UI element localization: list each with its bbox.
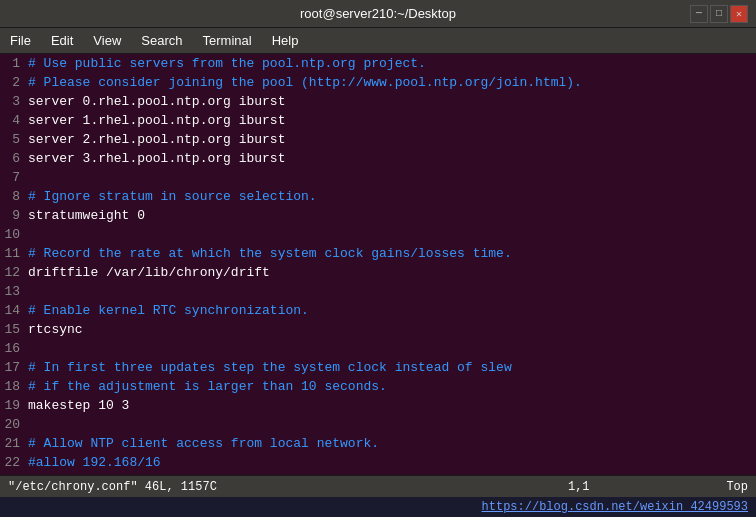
menubar-item-search[interactable]: Search <box>135 31 188 50</box>
line-content: server 1.rhel.pool.ntp.org iburst <box>28 111 756 130</box>
line-content: makestep 10 3 <box>28 396 756 415</box>
line-21: 21# Allow NTP client access from local n… <box>0 434 756 453</box>
line-4: 4server 1.rhel.pool.ntp.org iburst <box>0 111 756 130</box>
editor-content: 1# Use public servers from the pool.ntp.… <box>0 54 756 475</box>
line-content <box>28 282 756 301</box>
line-2: 2# Please consider joining the pool (htt… <box>0 73 756 92</box>
line-content: server 3.rhel.pool.ntp.org iburst <box>28 149 756 168</box>
line-content: # In first three updates step the system… <box>28 358 756 377</box>
line-number: 8 <box>0 187 28 206</box>
line-content <box>28 225 756 244</box>
statusbar-file-info: "/etc/chrony.conf" 46L, 1157C <box>8 480 217 494</box>
line-15: 15rtcsync <box>0 320 756 339</box>
line-number: 19 <box>0 396 28 415</box>
line-16: 16 <box>0 339 756 358</box>
line-number: 2 <box>0 73 28 92</box>
editor: 1# Use public servers from the pool.ntp.… <box>0 54 756 475</box>
line-content: driftfile /var/lib/chrony/drift <box>28 263 756 282</box>
line-number: 21 <box>0 434 28 453</box>
line-7: 7 <box>0 168 756 187</box>
line-18: 18# if the adjustment is larger than 10 … <box>0 377 756 396</box>
line-19: 19makestep 10 3 <box>0 396 756 415</box>
line-number: 5 <box>0 130 28 149</box>
line-10: 10 <box>0 225 756 244</box>
line-content: rtcsync <box>28 320 756 339</box>
line-content: server 0.rhel.pool.ntp.org iburst <box>28 92 756 111</box>
footer: https://blog.csdn.net/weixin_42499593 <box>0 497 756 517</box>
line-6: 6server 3.rhel.pool.ntp.org iburst <box>0 149 756 168</box>
line-number: 6 <box>0 149 28 168</box>
line-number: 22 <box>0 453 28 472</box>
line-content: # Use public servers from the pool.ntp.o… <box>28 54 756 73</box>
menubar: FileEditViewSearchTerminalHelp <box>0 28 756 54</box>
line-number: 15 <box>0 320 28 339</box>
titlebar: root@server210:~/Desktop ─ □ ✕ <box>0 0 756 28</box>
line-8: 8# Ignore stratum in source selection. <box>0 187 756 206</box>
menubar-item-file[interactable]: File <box>4 31 37 50</box>
statusbar-position: 1,1 Top <box>568 480 748 494</box>
line-14: 14# Enable kernel RTC synchronization. <box>0 301 756 320</box>
line-number: 17 <box>0 358 28 377</box>
line-content: # Ignore stratum in source selection. <box>28 187 756 206</box>
line-number: 16 <box>0 339 28 358</box>
line-11: 11# Record the rate at which the system … <box>0 244 756 263</box>
line-number: 1 <box>0 54 28 73</box>
line-content: #allow 192.168/16 <box>28 453 756 472</box>
footer-link: https://blog.csdn.net/weixin_42499593 <box>482 500 748 514</box>
line-content: # if the adjustment is larger than 10 se… <box>28 377 756 396</box>
line-content <box>28 168 756 187</box>
menubar-item-view[interactable]: View <box>87 31 127 50</box>
line-1: 1# Use public servers from the pool.ntp.… <box>0 54 756 73</box>
line-12: 12driftfile /var/lib/chrony/drift <box>0 263 756 282</box>
line-22: 22#allow 192.168/16 <box>0 453 756 472</box>
line-content <box>28 339 756 358</box>
line-number: 10 <box>0 225 28 244</box>
line-3: 3server 0.rhel.pool.ntp.org iburst <box>0 92 756 111</box>
close-button[interactable]: ✕ <box>730 5 748 23</box>
line-content: # Allow NTP client access from local net… <box>28 434 756 453</box>
line-number: 13 <box>0 282 28 301</box>
window-controls[interactable]: ─ □ ✕ <box>690 5 748 23</box>
menubar-item-edit[interactable]: Edit <box>45 31 79 50</box>
line-content: # Record the rate at which the system cl… <box>28 244 756 263</box>
line-content <box>28 415 756 434</box>
line-content: # Enable kernel RTC synchronization. <box>28 301 756 320</box>
line-9: 9stratumweight 0 <box>0 206 756 225</box>
line-number: 4 <box>0 111 28 130</box>
menubar-item-help[interactable]: Help <box>266 31 305 50</box>
line-number: 18 <box>0 377 28 396</box>
maximize-button[interactable]: □ <box>710 5 728 23</box>
line-number: 3 <box>0 92 28 111</box>
line-content: server 2.rhel.pool.ntp.org iburst <box>28 130 756 149</box>
line-20: 20 <box>0 415 756 434</box>
minimize-button[interactable]: ─ <box>690 5 708 23</box>
line-number: 12 <box>0 263 28 282</box>
line-number: 11 <box>0 244 28 263</box>
line-content: stratumweight 0 <box>28 206 756 225</box>
line-number: 7 <box>0 168 28 187</box>
line-5: 5server 2.rhel.pool.ntp.org iburst <box>0 130 756 149</box>
menubar-item-terminal[interactable]: Terminal <box>197 31 258 50</box>
line-13: 13 <box>0 282 756 301</box>
line-17: 17# In first three updates step the syst… <box>0 358 756 377</box>
statusbar: "/etc/chrony.conf" 46L, 1157C 1,1 Top <box>0 475 756 497</box>
line-content: # Please consider joining the pool (http… <box>28 73 756 92</box>
line-number: 9 <box>0 206 28 225</box>
line-number: 14 <box>0 301 28 320</box>
window-title: root@server210:~/Desktop <box>300 6 456 21</box>
line-number: 20 <box>0 415 28 434</box>
